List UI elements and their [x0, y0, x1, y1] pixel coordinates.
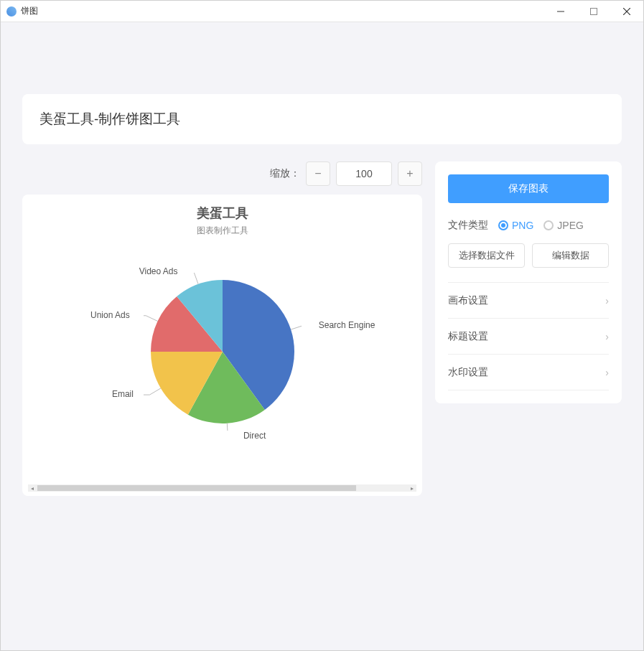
radio-off-icon	[543, 220, 554, 230]
maximize-button[interactable]	[577, 1, 610, 22]
pie-chart	[144, 273, 302, 431]
png-radio[interactable]: PNG	[498, 220, 533, 231]
chevron-right-icon: ›	[605, 331, 609, 342]
slice-label: Email	[112, 389, 134, 399]
app-icon	[6, 6, 17, 17]
page-title-card: 美蛋工具-制作饼图工具	[22, 94, 622, 144]
jpeg-radio[interactable]: JPEG	[543, 220, 584, 231]
save-chart-button[interactable]: 保存图表	[448, 174, 609, 203]
minimize-button[interactable]	[544, 1, 577, 22]
slice-label: Direct	[243, 431, 266, 441]
zoom-label: 缩放：	[270, 167, 300, 180]
chevron-right-icon: ›	[605, 295, 609, 306]
edit-data-button[interactable]: 编辑数据	[532, 243, 609, 268]
chart-canvas: 美蛋工具 图表制作工具 Search EngineDirectEmailUnio…	[22, 195, 422, 496]
file-type-label: 文件类型	[448, 219, 488, 232]
slice-label: Search Engine	[319, 320, 375, 330]
setting-label: 标题设置	[448, 330, 488, 343]
settings-panel: 保存图表 文件类型 PNG JPEG 选择数据文件 编辑数据 画布设置 ›	[435, 161, 622, 403]
page-title: 美蛋工具-制作饼图工具	[39, 111, 180, 126]
window-title: 饼图	[21, 5, 38, 17]
zoom-in-button[interactable]: +	[398, 161, 422, 186]
chart-area: Search EngineDirectEmailUnion AdsVideo A…	[22, 237, 422, 467]
svg-rect-1	[591, 8, 597, 14]
select-data-file-button[interactable]: 选择数据文件	[448, 243, 525, 268]
title-settings-row[interactable]: 标题设置 ›	[448, 319, 609, 355]
jpeg-label: JPEG	[557, 220, 584, 231]
scroll-left-icon: ◂	[28, 484, 37, 492]
horizontal-scrollbar[interactable]: ◂ ▸	[28, 484, 416, 492]
setting-label: 画布设置	[448, 294, 488, 307]
zoom-out-button[interactable]: −	[306, 161, 330, 186]
chart-title: 美蛋工具	[22, 195, 422, 222]
watermark-settings-row[interactable]: 水印设置 ›	[448, 355, 609, 390]
slice-label: Union Ads	[90, 310, 130, 320]
zoom-input[interactable]	[336, 161, 392, 186]
slice-label: Video Ads	[139, 266, 178, 276]
png-label: PNG	[512, 220, 533, 231]
canvas-settings-row[interactable]: 画布设置 ›	[448, 283, 609, 319]
radio-on-icon	[498, 220, 508, 230]
zoom-controls: 缩放： − +	[22, 161, 422, 186]
setting-label: 水印设置	[448, 366, 488, 379]
plus-icon: +	[406, 167, 413, 180]
chart-subtitle: 图表制作工具	[22, 225, 422, 237]
minus-icon: −	[314, 167, 321, 180]
close-button[interactable]	[610, 1, 643, 22]
titlebar: 饼图	[1, 1, 643, 22]
scroll-right-icon: ▸	[408, 484, 416, 492]
chevron-right-icon: ›	[605, 367, 609, 378]
scrollbar-thumb[interactable]	[37, 485, 356, 491]
